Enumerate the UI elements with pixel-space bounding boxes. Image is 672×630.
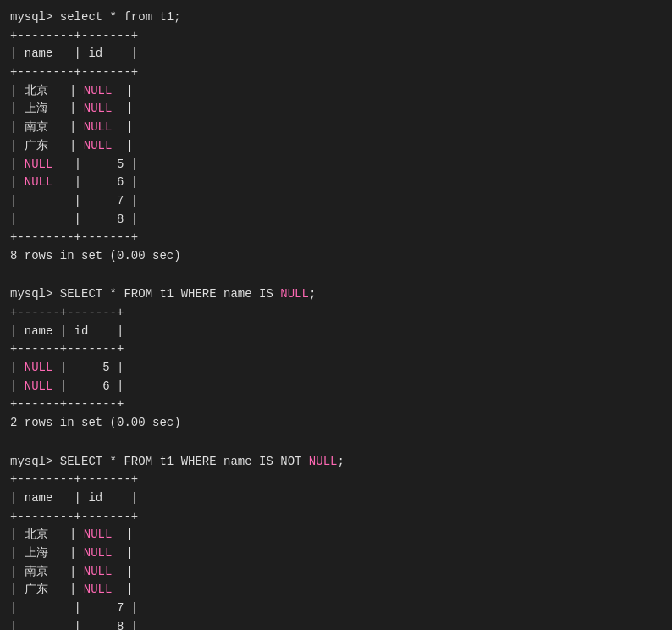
q2-row-2: | NULL | 6 | [10, 378, 662, 396]
q2-border-mid: +------+-------+ [10, 340, 662, 359]
q1-row-6: | NULL | 6 | [10, 174, 662, 192]
query1-section: mysql> select * from t1; +--------+-----… [10, 8, 662, 266]
q1-border-top: +--------+-------+ [10, 27, 662, 46]
q3-row-1: | 北京 | NULL | [10, 526, 662, 544]
query1-prompt: mysql> select * from t1; [10, 8, 662, 27]
q3-row-2: | 上海 | NULL | [10, 544, 662, 563]
q1-border-bot: +--------+-------+ [10, 229, 662, 247]
q1-row-2: | 上海 | NULL | [10, 100, 662, 119]
q1-row-3: | 南京 | NULL | [10, 119, 662, 137]
q2-header: | name | id | [10, 323, 662, 341]
q1-row-4: | 广东 | NULL | [10, 137, 662, 156]
q3-row-4: | 广东 | NULL | [10, 581, 662, 600]
q1-summary: 8 rows in set (0.00 sec) [10, 247, 662, 266]
q2-row-1: | NULL | 5 | [10, 359, 662, 378]
q3-header: | name | id | [10, 489, 662, 508]
q3-row-5: | | 7 | [10, 600, 662, 618]
q3-row-3: | 南京 | NULL | [10, 563, 662, 582]
q1-row-5: | NULL | 5 | [10, 156, 662, 174]
query3-section: mysql> SELECT * FROM t1 WHERE name IS NO… [10, 453, 662, 631]
query3-prompt: mysql> SELECT * FROM t1 WHERE name IS NO… [10, 453, 662, 472]
q3-border-top: +--------+-------+ [10, 471, 662, 489]
q3-row-6: | | 8 | [10, 618, 662, 630]
terminal: mysql> select * from t1; +--------+-----… [0, 0, 672, 630]
q3-border-mid: +--------+-------+ [10, 508, 662, 527]
query2-prompt: mysql> SELECT * FROM t1 WHERE name IS NU… [10, 285, 662, 304]
q2-border-bot: +------+-------+ [10, 395, 662, 414]
q1-header: | name | id | [10, 45, 662, 64]
q2-border-top: +------+-------+ [10, 304, 662, 323]
q1-row-7: | | 7 | [10, 192, 662, 211]
blank2 [10, 434, 662, 453]
blank1 [10, 268, 662, 286]
q1-row-8: | | 8 | [10, 211, 662, 229]
q1-border-mid: +--------+-------+ [10, 64, 662, 82]
q1-row-1: | 北京 | NULL | [10, 82, 662, 101]
q2-summary: 2 rows in set (0.00 sec) [10, 414, 662, 433]
query2-section: mysql> SELECT * FROM t1 WHERE name IS NU… [10, 285, 662, 433]
